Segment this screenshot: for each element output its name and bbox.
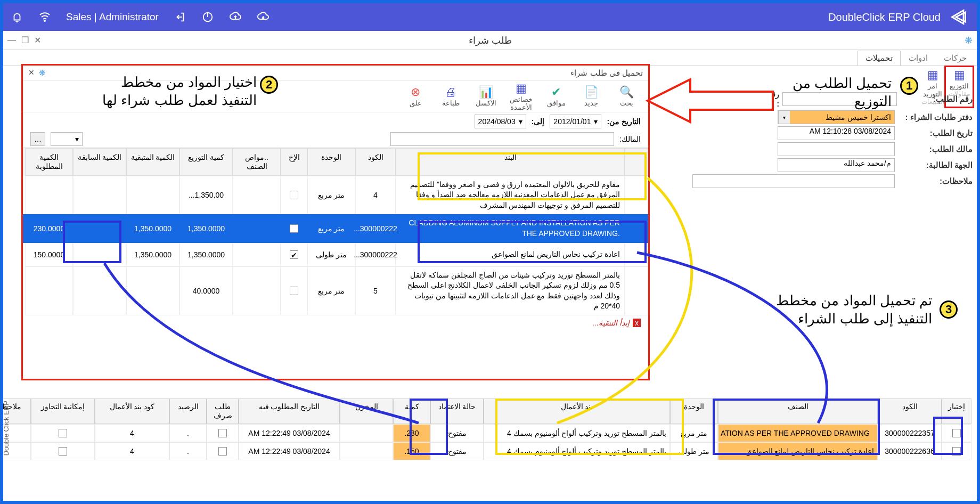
input-dlg-owner[interactable] [390, 132, 614, 146]
cell-work: بالمتر المسطح توريد وتركيب ألواح ألومنيو… [484, 442, 670, 460]
dialog-row[interactable]: مقاوم للحريق بالالوان المعتمده ارزق و فض… [23, 176, 648, 215]
label-date-from: التاريخ من: [607, 117, 641, 126]
btn-approve[interactable]: ✔موافق [541, 85, 571, 107]
grid-icon: ▦ [946, 68, 973, 82]
bcol-wcode[interactable]: كود بند الأعمال [95, 399, 169, 424]
cell-exceed [31, 442, 95, 460]
bcol-exceed[interactable]: إمكانية التجاوز [31, 399, 95, 424]
btn-close[interactable]: ⊗غلق [400, 85, 431, 107]
cell-code: 300000222357 [878, 424, 942, 442]
cell-status: مفتوح [430, 442, 484, 460]
input-owner[interactable] [778, 142, 895, 156]
cell-qprev [73, 266, 126, 315]
dialog-row[interactable]: اعادة تركيب نحاس التاريض لمانع الصواعق30… [23, 243, 648, 266]
cell-work: بالمتر المسطح توريد وتركيب ألواح ألومنيو… [484, 424, 670, 442]
input-date-from[interactable]: ▾2012/01/01 [550, 115, 601, 128]
col-qprev[interactable]: الكمية السابقة [73, 148, 126, 176]
tab-tools[interactable]: ادوات [901, 51, 936, 66]
cloud-download-icon[interactable] [257, 11, 270, 23]
cloud-upload-icon[interactable] [229, 11, 242, 23]
window-close-icon[interactable]: ✕ [34, 35, 41, 45]
bcol-store[interactable]: المخزن [340, 399, 393, 424]
owner-browse[interactable]: … [30, 132, 45, 146]
result-row[interactable]: 300000222636اعادة تركيب نحاس التاريض لما… [9, 442, 971, 460]
btn-print[interactable]: 🖨طباعة [435, 85, 466, 107]
user-label[interactable]: Sales | Administrator [66, 11, 159, 23]
col-item[interactable]: البند [396, 148, 625, 176]
cell-bal: . [169, 442, 207, 460]
cell-code: 5 [355, 266, 396, 315]
cell-unit: متر مربع [670, 424, 718, 442]
col-chk[interactable]: الإخ [281, 148, 307, 176]
cell-select [942, 424, 971, 442]
select-book[interactable]: اكسترا خميس مشيط▾ [778, 110, 895, 124]
bcol-sarf[interactable]: طلب صرف [207, 399, 239, 424]
cell-chk [281, 266, 307, 315]
col-qdist[interactable]: كمية التوزيع [179, 148, 233, 176]
input-notes[interactable] [692, 174, 895, 188]
dialog-row[interactable]: بالمتر المسطح توريد وتركيب شيتات من الصا… [23, 266, 648, 315]
tab-transactions[interactable]: حركات [936, 51, 975, 66]
logout-icon[interactable] [174, 11, 186, 23]
bcol-code[interactable]: الكود [878, 399, 942, 424]
cell-status: مفتوح [430, 424, 484, 442]
result-row[interactable]: 300000222357ATION AS PER THE APPROVED DR… [9, 424, 971, 442]
cell-item: ATION AS PER THE APPROVED DRAWING [718, 424, 878, 442]
cell-select [942, 442, 971, 460]
cell-desc: مقاوم للحريق بالالوان المعتمده ارزق و فض… [396, 176, 625, 215]
callout-1-badge: 1 [900, 77, 918, 95]
cell-code: 4 [355, 176, 396, 215]
result-grid: إختيار الكود الصنف الوحدة بند الأعمال حا… [9, 399, 971, 460]
tab-loads[interactable]: تحميلات [858, 51, 901, 66]
dialog-gear-icon[interactable]: ❋ [39, 68, 46, 78]
bcol-bal[interactable]: الرصيد [169, 399, 207, 424]
filter-reset[interactable]: xإبدأ التنقية... [23, 315, 648, 330]
cell-code: 300000222636 [878, 442, 942, 460]
window-minimize-icon[interactable]: — [7, 35, 16, 45]
cell-date: 03/08/2024 12:22:49 AM [239, 442, 340, 460]
dialog-close-icon[interactable]: ✕ [28, 68, 35, 78]
search-icon: 🔍 [611, 85, 642, 99]
input-date-to[interactable]: ▾2024/08/03 [475, 115, 526, 128]
cell-spec [233, 266, 281, 315]
btn-excel[interactable]: 📊الاكسل [470, 85, 501, 107]
col-unit[interactable]: الوحدة [307, 148, 355, 176]
power-icon[interactable] [201, 11, 214, 23]
cell-sarf [207, 424, 239, 442]
bcol-status[interactable]: حالة الاعتماد [430, 399, 484, 424]
bell-icon[interactable] [11, 11, 23, 23]
cell-spec [233, 176, 281, 215]
cell-qreq [25, 176, 73, 215]
callout-2-badge: 2 [260, 76, 278, 94]
input-party[interactable]: م/محمد عبدالله [778, 158, 895, 172]
owner-dd[interactable]: ▾ [51, 132, 83, 146]
cell-store [340, 424, 393, 442]
bcol-date[interactable]: التاريخ المطلوب فيه [239, 399, 340, 424]
svg-point-5 [44, 20, 45, 21]
btn-columns[interactable]: ▦خصائص الأعمدة [505, 82, 536, 111]
col-qreq[interactable]: الكمية المطلوبة [25, 148, 73, 176]
bcol-work[interactable]: بند الأعمال [484, 399, 670, 424]
dialog-row[interactable]: CLADDING ALUMINUM SUPPLY AND INSTALLATIO… [23, 214, 648, 242]
col-qrem[interactable]: الكمية المتبقية [126, 148, 179, 176]
bcol-qty[interactable]: كمية [393, 399, 430, 424]
bcol-select[interactable]: إختيار [942, 399, 971, 424]
window-restore-icon[interactable]: ❐ [21, 35, 29, 45]
input-date[interactable]: 03/08/2024 12:10:28 AM [778, 126, 895, 140]
cell-qreq: 150.0000 [25, 243, 73, 266]
cell-qty: 230. [393, 424, 430, 442]
bcol-unit[interactable]: الوحدة [670, 399, 718, 424]
bcol-item[interactable]: الصنف [718, 399, 878, 424]
btn-new[interactable]: 📄جديد [576, 85, 607, 107]
col-spec[interactable]: ..مواص الصنف [233, 148, 281, 176]
gear-icon[interactable]: ❋ [965, 35, 973, 46]
btn-search[interactable]: 🔍بحث [611, 85, 642, 107]
label-request-no: رقم الطلب: [900, 94, 973, 104]
cell-chk [281, 176, 307, 215]
col-code[interactable]: الكود [355, 148, 396, 176]
cell-wcode: 4 [95, 442, 169, 460]
print-icon: 🖨 [435, 85, 466, 99]
svg-marker-0 [952, 10, 963, 23]
cell-bal: . [169, 424, 207, 442]
label-dlg-owner: المالك: [619, 135, 641, 143]
